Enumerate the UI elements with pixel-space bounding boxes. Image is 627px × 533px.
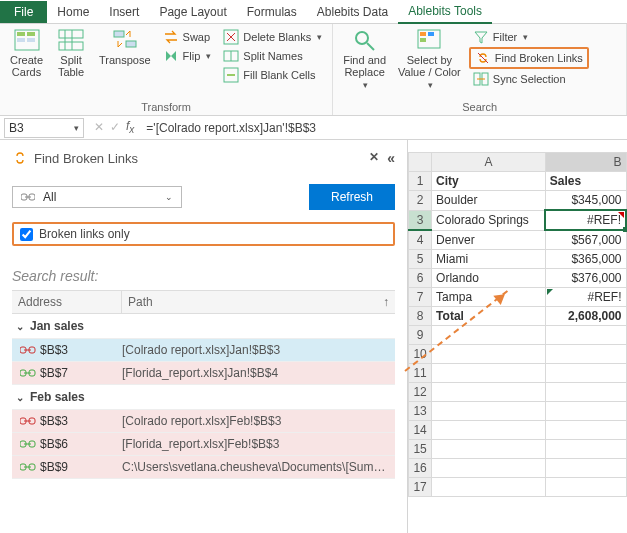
result-row[interactable]: $B$3[Colrado report.xlsx]Feb!$B$3 [12, 410, 395, 433]
cell[interactable] [432, 459, 546, 478]
create-cards-button[interactable]: Create Cards [6, 26, 47, 80]
scope-select[interactable]: All ⌄ [12, 186, 182, 208]
cell[interactable]: $567,000 [545, 230, 626, 250]
row-header[interactable]: 12 [409, 383, 432, 402]
tab-ablebits-data[interactable]: Ablebits Data [307, 1, 398, 23]
chevron-down-icon: ▾ [317, 32, 322, 42]
cell[interactable]: City [432, 172, 546, 191]
row-header[interactable]: 9 [409, 326, 432, 345]
tab-ablebits-tools[interactable]: Ablebits Tools [398, 0, 492, 24]
row-header[interactable]: 16 [409, 459, 432, 478]
cell[interactable] [432, 364, 546, 383]
formula-input[interactable]: ='[Colrado report.xlsx]Jan'!$B$3 [140, 119, 627, 137]
row-header[interactable]: 6 [409, 269, 432, 288]
close-icon[interactable]: ✕ [369, 150, 379, 166]
cell[interactable] [432, 326, 546, 345]
cell[interactable]: #REF! [545, 210, 626, 230]
flip-button[interactable]: Flip▾ [159, 47, 216, 65]
result-row[interactable]: $B$7[Florida_report.xlsx]Jan!$B$4 [12, 362, 395, 385]
split-names-button[interactable]: Split Names [219, 47, 326, 65]
tab-home[interactable]: Home [47, 1, 99, 23]
cell[interactable]: Sales [545, 172, 626, 191]
cell[interactable]: Boulder [432, 191, 546, 211]
result-group[interactable]: ⌄Feb sales [12, 385, 395, 410]
tab-formulas[interactable]: Formulas [237, 1, 307, 23]
cell[interactable] [545, 345, 626, 364]
row-header[interactable]: 7 [409, 288, 432, 307]
row-header[interactable]: 5 [409, 250, 432, 269]
cell[interactable] [545, 383, 626, 402]
cell[interactable]: 2,608,000 [545, 307, 626, 326]
cell[interactable] [545, 478, 626, 497]
row-header[interactable]: 2 [409, 191, 432, 211]
cell[interactable] [545, 364, 626, 383]
col-header[interactable]: B [545, 153, 626, 172]
cell[interactable]: Tampa [432, 288, 546, 307]
cell[interactable]: Colorado Springs [432, 210, 546, 230]
sort-icon[interactable]: ↑ [383, 295, 389, 309]
row-header[interactable]: 8 [409, 307, 432, 326]
cell[interactable] [432, 345, 546, 364]
col-address[interactable]: Address [12, 291, 122, 313]
row-header[interactable]: 15 [409, 440, 432, 459]
svg-point-18 [356, 32, 368, 44]
filter-button[interactable]: Filter▾ [469, 28, 589, 46]
row-header[interactable]: 11 [409, 364, 432, 383]
cell[interactable] [432, 478, 546, 497]
transpose-button[interactable]: Transpose [95, 26, 155, 68]
cell[interactable] [545, 421, 626, 440]
swap-button[interactable]: Swap [159, 28, 216, 46]
find-broken-links-button[interactable]: Find Broken Links [469, 47, 589, 69]
result-group[interactable]: ⌄Jan sales [12, 314, 395, 339]
row-header[interactable]: 17 [409, 478, 432, 497]
cell[interactable] [432, 421, 546, 440]
cell[interactable] [432, 402, 546, 421]
file-tab[interactable]: File [0, 1, 47, 23]
collapse-icon[interactable]: « [387, 150, 395, 166]
cell[interactable] [545, 440, 626, 459]
cell[interactable]: Total [432, 307, 546, 326]
enter-icon[interactable]: ✓ [110, 120, 120, 134]
cell[interactable] [545, 459, 626, 478]
cell[interactable] [545, 326, 626, 345]
select-by-button[interactable]: Select by Value / Color▾ [394, 26, 465, 92]
row-header[interactable]: 3 [409, 210, 432, 230]
col-header[interactable]: A [432, 153, 546, 172]
chevron-down-icon: ▾ [363, 80, 368, 90]
cell[interactable] [545, 402, 626, 421]
result-row[interactable]: $B$6[Florida_report.xlsx]Feb!$B$3 [12, 433, 395, 456]
cell[interactable] [432, 440, 546, 459]
cell[interactable]: #REF! [545, 288, 626, 307]
cell[interactable]: Miami [432, 250, 546, 269]
row-header[interactable]: 4 [409, 230, 432, 250]
row-header[interactable]: 14 [409, 421, 432, 440]
row-header[interactable]: 10 [409, 345, 432, 364]
row-header[interactable]: 1 [409, 172, 432, 191]
fill-blank-button[interactable]: Fill Blank Cells [219, 66, 326, 84]
tab-insert[interactable]: Insert [99, 1, 149, 23]
name-box[interactable]: B3▾ [4, 118, 84, 138]
row-header[interactable]: 13 [409, 402, 432, 421]
broken-only-input[interactable] [20, 228, 33, 241]
worksheet[interactable]: AB1CitySales2Boulder$345,0003Colorado Sp… [408, 140, 627, 533]
svg-rect-3 [17, 38, 25, 42]
cell[interactable]: $376,000 [545, 269, 626, 288]
sync-selection-button[interactable]: Sync Selection [469, 70, 589, 88]
refresh-button[interactable]: Refresh [309, 184, 395, 210]
result-row[interactable]: $B$9C:\Users\svetlana.cheusheva\Document… [12, 456, 395, 479]
delete-blanks-button[interactable]: Delete Blanks▾ [219, 28, 326, 46]
fx-icon[interactable]: fx [126, 119, 134, 135]
chevron-down-icon: ⌄ [16, 392, 24, 403]
cell[interactable]: Denver [432, 230, 546, 250]
find-replace-button[interactable]: Find and Replace▾ [339, 26, 390, 92]
tab-page-layout[interactable]: Page Layout [149, 1, 236, 23]
cell[interactable] [432, 383, 546, 402]
cell[interactable]: $365,000 [545, 250, 626, 269]
cancel-icon[interactable]: ✕ [94, 120, 104, 134]
result-row[interactable]: $B$3[Colrado report.xlsx]Jan!$B$3 [12, 339, 395, 362]
cell[interactable]: $345,000 [545, 191, 626, 211]
col-path[interactable]: Path↑ [122, 291, 395, 313]
cell[interactable]: Orlando [432, 269, 546, 288]
split-table-button[interactable]: Split Table [51, 26, 91, 80]
broken-only-checkbox[interactable]: Broken links only [12, 222, 395, 246]
